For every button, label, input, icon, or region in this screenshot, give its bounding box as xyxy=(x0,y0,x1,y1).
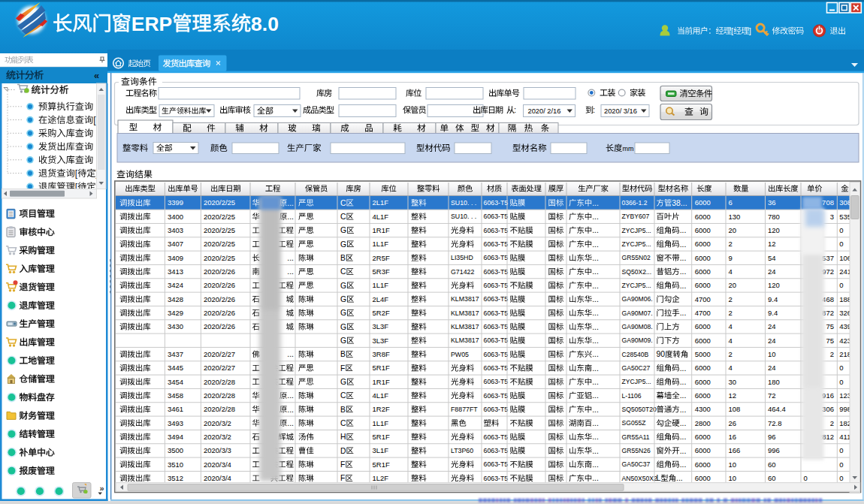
svg-text:6063-T5: 6063-T5 xyxy=(484,406,509,413)
svg-text:...: ... xyxy=(680,282,687,290)
svg-text:24: 24 xyxy=(768,337,776,345)
svg-text:6063-T5: 6063-T5 xyxy=(484,268,509,276)
svg-text:3413: 3413 xyxy=(168,267,183,276)
svg-text:G: G xyxy=(340,309,346,317)
svg-text:SU10. . .: SU10. . . xyxy=(451,199,476,207)
svg-text:...: ... xyxy=(680,240,687,249)
svg-text:SG055Z: SG055Z xyxy=(622,419,646,427)
svg-text:3430: 3430 xyxy=(168,322,183,330)
svg-text:2020/2/25: 2020/2/25 xyxy=(204,240,235,248)
svg-text:9: 9 xyxy=(729,254,733,262)
svg-text:C: C xyxy=(340,199,346,207)
svg-text:10: 10 xyxy=(729,460,737,469)
svg-text:C: C xyxy=(340,213,346,221)
svg-text:...: ... xyxy=(592,350,599,358)
svg-text:2020/2/26: 2020/2/26 xyxy=(204,295,235,303)
svg-text:L: L xyxy=(657,474,661,482)
svg-text:26: 26 xyxy=(729,419,737,427)
svg-text:10: 10 xyxy=(768,350,776,358)
svg-text:ZYCJP5...: ZYCJP5... xyxy=(622,282,651,289)
svg-text:1R2F: 1R2F xyxy=(373,405,390,413)
svg-text:708: 708 xyxy=(822,198,834,207)
svg-text:3407: 3407 xyxy=(168,240,183,248)
svg-text:6063-T5: 6063-T5 xyxy=(484,213,509,220)
svg-text:GA90M07.: GA90M07. xyxy=(622,309,653,317)
svg-text:72: 72 xyxy=(768,391,776,400)
svg-text:2020/2/27: 2020/2/27 xyxy=(204,364,235,372)
svg-text:3445: 3445 xyxy=(168,364,183,372)
svg-text:0: 0 xyxy=(839,474,843,482)
svg-text:5R1F: 5R1F xyxy=(373,364,390,372)
svg-text:9.4: 9.4 xyxy=(768,295,778,303)
svg-text:780: 780 xyxy=(768,213,780,221)
svg-text:5R1F: 5R1F xyxy=(373,433,390,441)
svg-text:AN50X50X2: AN50X50X2 xyxy=(622,475,658,482)
svg-text:...: ... xyxy=(680,391,687,400)
svg-text:]: ] xyxy=(749,26,751,35)
svg-text:G: G xyxy=(340,240,346,249)
svg-text:1R1F: 1R1F xyxy=(373,378,390,386)
svg-text:ERP: ERP xyxy=(131,13,173,35)
svg-text:120: 120 xyxy=(768,281,780,289)
svg-text:75: 75 xyxy=(826,337,834,345)
svg-text:6000: 6000 xyxy=(695,281,711,289)
svg-text:1L2F: 1L2F xyxy=(373,474,389,482)
svg-text:2020/ 3/16: 2020/ 3/16 xyxy=(604,107,637,115)
svg-text:5R3F: 5R3F xyxy=(373,267,390,276)
svg-text:...: ... xyxy=(592,254,599,262)
svg-text:...: ... xyxy=(287,419,294,427)
svg-text:2L4F: 2L4F xyxy=(373,295,389,303)
svg-text:54: 54 xyxy=(768,254,776,262)
svg-text:2020/2/25: 2020/2/25 xyxy=(204,198,235,207)
svg-text:LI35HD: LI35HD xyxy=(451,254,473,261)
svg-text:6000: 6000 xyxy=(695,254,711,262)
svg-text:2020/2/26: 2020/2/26 xyxy=(204,267,235,276)
svg-text:4L1F: 4L1F xyxy=(373,213,389,221)
svg-text:12: 12 xyxy=(768,240,776,248)
svg-text:0: 0 xyxy=(839,281,843,289)
svg-text:KLM3817: KLM3817 xyxy=(451,295,479,303)
svg-text:2020/2/26: 2020/2/26 xyxy=(204,281,235,289)
svg-text:...: ... xyxy=(287,267,294,276)
svg-text:GA50C37: GA50C37 xyxy=(622,460,651,468)
svg-text:2020/3/4: 2020/3/4 xyxy=(204,474,231,482)
svg-text:2L1F: 2L1F xyxy=(373,198,389,207)
svg-text:3458: 3458 xyxy=(168,391,183,400)
svg-text:GR55N02: GR55N02 xyxy=(622,254,651,261)
svg-text:...: ... xyxy=(680,447,687,455)
svg-text:...: ... xyxy=(287,406,294,414)
svg-text:...: ... xyxy=(592,447,599,455)
svg-text:6000: 6000 xyxy=(695,474,711,482)
svg-text:0: 0 xyxy=(804,474,808,482)
svg-text:...: ... xyxy=(592,267,599,276)
svg-text:6063-T5: 6063-T5 xyxy=(484,227,509,234)
svg-text:KLM3817: KLM3817 xyxy=(451,337,479,344)
svg-text:0: 0 xyxy=(839,226,843,234)
svg-text:6063-T5: 6063-T5 xyxy=(484,199,509,207)
svg-text:3: 3 xyxy=(830,213,834,221)
svg-text:ZYBY607: ZYBY607 xyxy=(622,213,650,220)
svg-text:...: ... xyxy=(680,460,687,469)
svg-text:3428: 3428 xyxy=(168,295,183,303)
svg-text:38...: 38... xyxy=(672,199,687,207)
svg-text:1L1F: 1L1F xyxy=(373,240,389,248)
svg-text:...: ... xyxy=(680,309,687,317)
svg-text:130: 130 xyxy=(729,213,741,221)
svg-text::: : xyxy=(514,105,516,114)
svg-text:...: ... xyxy=(592,337,599,345)
svg-text:24: 24 xyxy=(768,267,776,276)
svg-text:3510: 3510 xyxy=(168,460,183,469)
svg-text:0: 0 xyxy=(839,446,843,454)
svg-text:2800: 2800 xyxy=(695,419,711,427)
svg-text:5R1F: 5R1F xyxy=(373,460,390,469)
svg-text:ZYCJP5...: ZYCJP5... xyxy=(622,227,651,234)
svg-text:...: ... xyxy=(680,267,687,276)
svg-text:2020/3/2: 2020/3/2 xyxy=(204,433,231,441)
svg-text:2: 2 xyxy=(729,309,733,317)
svg-text:24: 24 xyxy=(768,322,776,330)
svg-text:KLM3817: KLM3817 xyxy=(451,323,479,330)
svg-text:...: ... xyxy=(592,378,599,386)
svg-text:2020/2/27: 2020/2/27 xyxy=(204,350,235,358)
svg-text:2020/2/25: 2020/2/25 xyxy=(204,254,235,262)
svg-text:996: 996 xyxy=(768,446,780,454)
